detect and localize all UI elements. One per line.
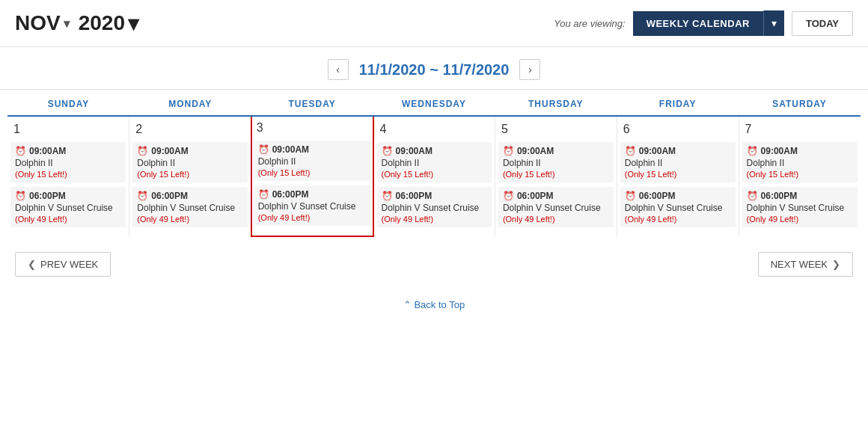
week-range: 11/1/2020 ~ 11/7/2020 — [359, 61, 510, 79]
event-time: ⏰ 06:00PM — [15, 191, 121, 201]
event-time-text: 06:00PM — [29, 191, 66, 201]
next-week-button[interactable]: NEXT WEEK ❯ — [758, 252, 853, 277]
event-name: Dolphin V Sunset Cruise — [625, 203, 731, 213]
event-card-fri-1[interactable]: ⏰ 09:00AM Dolphin II (Only 15 Left!) — [620, 142, 736, 182]
event-time: ⏰ 09:00AM — [15, 146, 121, 156]
clock-icon: ⏰ — [137, 146, 148, 156]
col-sunday: SUNDAY — [7, 90, 129, 116]
event-card-sun-1[interactable]: ⏰ 09:00AM Dolphin II (Only 15 Left!) — [10, 142, 126, 182]
header-right: You are viewing: WEEKLY CALENDAR ▾ TODAY — [554, 10, 853, 36]
prev-week-button[interactable]: ❮ PREV WEEK — [15, 252, 111, 277]
event-avail: (Only 15 Left!) — [258, 168, 367, 177]
next-arrow-icon: ❯ — [832, 259, 840, 270]
event-name: Dolphin II — [503, 158, 609, 168]
event-time: ⏰ 09:00AM — [747, 146, 853, 156]
event-avail: (Only 15 Left!) — [503, 170, 609, 179]
calendar-header-row: SUNDAY MONDAY TUESDAY WEDNESDAY THURSDAY… — [7, 90, 861, 116]
view-mode-button[interactable]: WEEKLY CALENDAR — [633, 11, 763, 36]
clock-icon: ⏰ — [503, 191, 514, 201]
col-wednesday: WEDNESDAY — [373, 90, 495, 116]
event-time-text: 09:00AM — [396, 146, 433, 156]
day-cell-wednesday: 4 ⏰ 09:00AM Dolphin II (Only 15 Left!) ⏰… — [373, 116, 495, 236]
event-time-text: 06:00PM — [761, 191, 798, 201]
event-card-fri-2[interactable]: ⏰ 06:00PM Dolphin V Sunset Cruise (Only … — [620, 187, 736, 227]
view-selector: WEEKLY CALENDAR ▾ — [633, 10, 784, 36]
next-week-arrow[interactable]: › — [519, 59, 540, 80]
event-name: Dolphin V Sunset Cruise — [15, 203, 121, 213]
event-time: ⏰ 06:00PM — [747, 191, 853, 201]
event-card-thu-2[interactable]: ⏰ 06:00PM Dolphin V Sunset Cruise (Only … — [498, 187, 614, 227]
event-time: ⏰ 09:00AM — [382, 146, 487, 156]
event-name: Dolphin V Sunset Cruise — [258, 201, 367, 212]
event-time: ⏰ 09:00AM — [137, 146, 242, 156]
clock-icon: ⏰ — [15, 146, 26, 156]
year-dropdown-arrow: ▾ — [128, 11, 138, 36]
event-time-text: 06:00PM — [151, 191, 188, 201]
event-card-wed-2[interactable]: ⏰ 06:00PM Dolphin V Sunset Cruise (Only … — [377, 187, 492, 227]
year-label: 2020 — [79, 11, 125, 35]
day-number-1: 1 — [10, 121, 126, 138]
back-to-top-link[interactable]: Back to Top — [403, 299, 465, 310]
event-name: Dolphin II — [625, 158, 731, 168]
day-number-7: 7 — [742, 121, 858, 138]
event-card-wed-1[interactable]: ⏰ 09:00AM Dolphin II (Only 15 Left!) — [377, 142, 492, 182]
event-card-tue-1[interactable]: ⏰ 09:00AM Dolphin II (Only 15 Left!) — [254, 141, 371, 181]
event-name: Dolphin V Sunset Cruise — [747, 203, 853, 213]
event-card-mon-2[interactable]: ⏰ 06:00PM Dolphin V Sunset Cruise (Only … — [132, 187, 247, 227]
prev-week-arrow[interactable]: ‹ — [328, 59, 349, 80]
event-time: ⏰ 09:00AM — [258, 144, 367, 155]
event-name: Dolphin II — [15, 158, 121, 168]
day-cell-sunday: 1 ⏰ 09:00AM Dolphin II (Only 15 Left!) ⏰… — [7, 116, 129, 236]
page-header: NOV ▾ 2020 ▾ You are viewing: WEEKLY CAL… — [0, 0, 868, 47]
event-time: ⏰ 06:00PM — [137, 191, 242, 201]
event-time-text: 09:00AM — [29, 146, 66, 156]
viewing-label: You are viewing: — [554, 18, 625, 29]
event-time: ⏰ 09:00AM — [625, 146, 731, 156]
day-cell-tuesday-highlighted: 3 ⏰ 09:00AM Dolphin II (Only 15 Left!) ⏰… — [251, 116, 373, 236]
event-avail: (Only 49 Left!) — [503, 215, 609, 224]
event-time-text: 09:00AM — [272, 144, 309, 155]
day-number-3: 3 — [254, 120, 371, 136]
event-name: Dolphin II — [258, 156, 367, 167]
event-card-sat-1[interactable]: ⏰ 09:00AM Dolphin II (Only 15 Left!) — [742, 142, 858, 182]
calendar-table: SUNDAY MONDAY TUESDAY WEDNESDAY THURSDAY… — [7, 90, 861, 237]
day-number-5: 5 — [498, 121, 614, 138]
clock-icon: ⏰ — [625, 191, 636, 201]
day-number-2: 2 — [132, 121, 247, 138]
event-avail: (Only 49 Left!) — [747, 215, 853, 224]
event-time-text: 06:00PM — [396, 191, 433, 201]
event-time: ⏰ 06:00PM — [503, 191, 609, 201]
clock-icon: ⏰ — [625, 146, 636, 156]
today-button[interactable]: TODAY — [792, 11, 853, 36]
event-time-text: 09:00AM — [639, 146, 676, 156]
prev-arrow-icon: ❮ — [28, 259, 36, 270]
day-number-6: 6 — [620, 121, 736, 138]
year-selector[interactable]: 2020 ▾ — [79, 11, 138, 36]
event-avail: (Only 49 Left!) — [625, 215, 731, 224]
event-avail: (Only 49 Left!) — [15, 215, 121, 224]
event-time: ⏰ 09:00AM — [503, 146, 609, 156]
event-card-thu-1[interactable]: ⏰ 09:00AM Dolphin II (Only 15 Left!) — [498, 142, 614, 182]
clock-icon: ⏰ — [747, 191, 758, 201]
event-avail: (Only 15 Left!) — [15, 170, 121, 179]
event-time-text: 06:00PM — [517, 191, 554, 201]
back-to-top-section: Back to Top — [0, 292, 868, 325]
header-left: NOV ▾ 2020 ▾ — [15, 11, 138, 36]
view-dropdown-button[interactable]: ▾ — [763, 10, 784, 36]
event-name: Dolphin II — [382, 158, 487, 168]
event-name: Dolphin II — [747, 158, 853, 168]
event-name: Dolphin V Sunset Cruise — [137, 203, 242, 213]
event-avail: (Only 49 Left!) — [382, 215, 487, 224]
event-time: ⏰ 06:00PM — [625, 191, 731, 201]
event-avail: (Only 49 Left!) — [258, 213, 367, 222]
event-card-sun-2[interactable]: ⏰ 06:00PM Dolphin V Sunset Cruise (Only … — [10, 187, 126, 227]
col-thursday: THURSDAY — [495, 90, 617, 116]
event-name: Dolphin II — [137, 158, 242, 168]
event-card-mon-1[interactable]: ⏰ 09:00AM Dolphin II (Only 15 Left!) — [132, 142, 247, 182]
event-card-sat-2[interactable]: ⏰ 06:00PM Dolphin V Sunset Cruise (Only … — [742, 187, 858, 227]
month-selector[interactable]: NOV ▾ — [15, 11, 70, 35]
day-cell-monday: 2 ⏰ 09:00AM Dolphin II (Only 15 Left!) ⏰… — [129, 116, 251, 236]
week-navigation: ‹ 11/1/2020 ~ 11/7/2020 › — [0, 47, 868, 90]
event-card-tue-2[interactable]: ⏰ 06:00PM Dolphin V Sunset Cruise (Only … — [254, 185, 371, 226]
clock-icon: ⏰ — [258, 144, 269, 155]
